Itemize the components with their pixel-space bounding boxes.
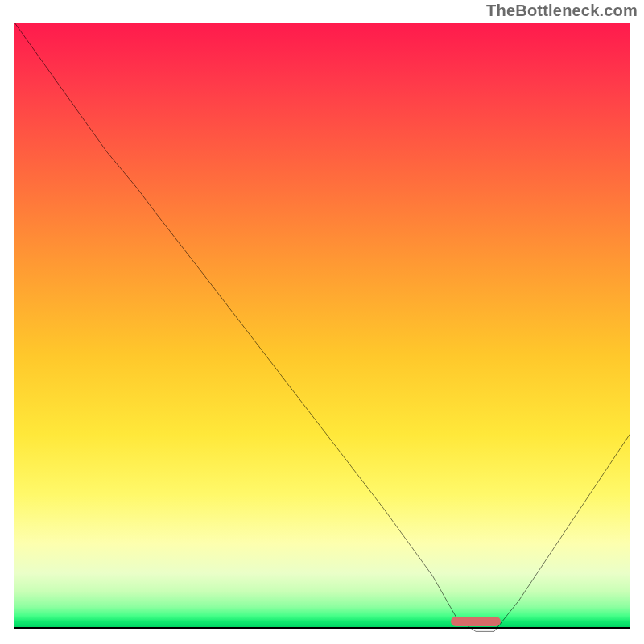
plot-area — [14, 23, 630, 628]
curve-svg — [14, 23, 630, 638]
chart-container: TheBottleneck.com — [0, 0, 644, 644]
curve-path — [14, 23, 630, 631]
minimum-marker — [451, 617, 500, 626]
watermark-text: TheBottleneck.com — [486, 2, 638, 20]
x-axis-line — [14, 627, 630, 629]
